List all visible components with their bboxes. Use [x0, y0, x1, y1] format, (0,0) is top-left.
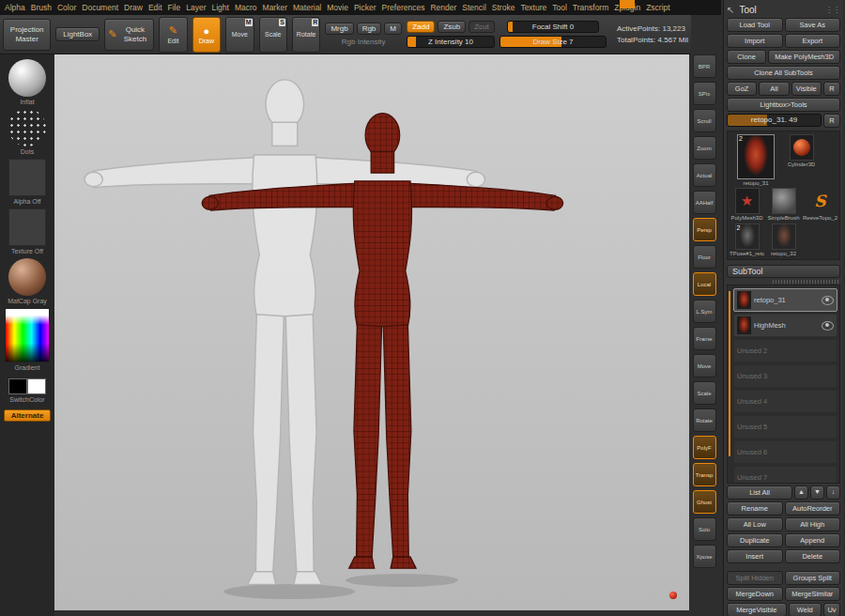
- menu-item[interactable]: Material: [293, 3, 321, 12]
- reorder-down-button[interactable]: ▼: [810, 485, 824, 500]
- current-stroke-thumbnail[interactable]: [8, 109, 46, 146]
- subtool-button[interactable]: Weld: [789, 603, 822, 616]
- alternate-button[interactable]: Alternate: [4, 409, 52, 422]
- subtool-item[interactable]: Unused 3: [733, 364, 837, 388]
- menu-item[interactable]: Layer: [186, 3, 206, 12]
- shelf-button[interactable]: Frame: [693, 327, 716, 350]
- subtool-button[interactable]: Append: [785, 533, 841, 547]
- current-brush-thumbnail[interactable]: [8, 59, 46, 97]
- subtool-button[interactable]: MergeDown: [727, 587, 783, 601]
- move-button[interactable]: M Move: [225, 17, 254, 53]
- shelf-button[interactable]: Local: [693, 272, 716, 296]
- shelf-button[interactable]: Scale: [693, 381, 716, 405]
- tool-button[interactable]: Export: [785, 34, 841, 48]
- shelf-button[interactable]: Transp: [693, 463, 716, 486]
- rgb-intensity-slider[interactable]: Rgb Intensity: [342, 38, 386, 46]
- tool-thumbnail[interactable]: Cylinder3D: [784, 134, 819, 167]
- sculpt-viewport[interactable]: [54, 54, 689, 610]
- subtool-button[interactable]: All High: [785, 517, 841, 531]
- menu-item[interactable]: Transform: [573, 3, 608, 12]
- tool-button[interactable]: Clone All SubTools: [727, 66, 840, 80]
- reorder-up-button[interactable]: ▲: [794, 485, 808, 500]
- menu-item[interactable]: Edit: [148, 3, 162, 12]
- shelf-button[interactable]: L.Sym: [693, 300, 716, 323]
- subtool-item[interactable]: Unused 6: [733, 440, 837, 464]
- menu-item[interactable]: Draw: [124, 3, 143, 12]
- menu-item[interactable]: Render: [430, 3, 456, 12]
- menu-item[interactable]: Picker: [354, 3, 376, 12]
- lightbox-button[interactable]: LightBox: [55, 27, 100, 41]
- tool-thumbnail[interactable]: 2 retopo_31: [730, 134, 782, 186]
- shelf-button[interactable]: Rotate: [693, 408, 716, 432]
- subtool-button[interactable]: Uv: [823, 603, 840, 616]
- mrgb-button[interactable]: Mrgb: [325, 23, 353, 35]
- menu-item[interactable]: Tool: [552, 3, 567, 12]
- menu-item[interactable]: Texture: [520, 3, 546, 12]
- alpha-thumbnail[interactable]: [8, 159, 46, 196]
- subtool-button[interactable]: Groups Split: [785, 571, 841, 585]
- quick-sketch-button[interactable]: ✎ Quick Sketch: [104, 19, 154, 51]
- tool-button[interactable]: R: [823, 82, 840, 96]
- projection-master-button[interactable]: Projection Master: [3, 19, 51, 51]
- subtool-button[interactable]: MergeVisible: [727, 603, 787, 616]
- menu-item[interactable]: Macro: [235, 3, 257, 12]
- subtool-item[interactable]: HighMesh: [733, 314, 837, 337]
- subtool-button[interactable]: Delete: [785, 549, 841, 563]
- subtool-item[interactable]: Unused 5: [733, 415, 837, 439]
- menu-item[interactable]: Marker: [263, 3, 287, 12]
- tool-button[interactable]: Visible: [791, 82, 822, 96]
- z-intensity-slider[interactable]: Z Intensity 10: [407, 36, 495, 48]
- move-down-button[interactable]: ↓: [826, 485, 840, 500]
- subtool-button[interactable]: AutoReorder: [785, 501, 841, 516]
- subtool-button[interactable]: MergeSimilar: [785, 587, 841, 601]
- subtool-item[interactable]: retopo_31: [733, 288, 837, 312]
- scale-button[interactable]: S Scale: [259, 17, 287, 53]
- m-button[interactable]: M: [384, 23, 402, 35]
- focal-shift-slider[interactable]: Focal Shift 0: [507, 21, 599, 33]
- palette-menu-icon[interactable]: ⋮⋮: [825, 6, 840, 14]
- shelf-button[interactable]: Move: [693, 354, 716, 377]
- subtool-item[interactable]: Unused 4: [733, 390, 837, 413]
- shelf-button[interactable]: Ghost: [693, 490, 716, 514]
- color-picker-gradient[interactable]: [5, 308, 50, 362]
- tool-thumbnail[interactable]: 2 TPose#1_retopo: [730, 223, 764, 256]
- tool-button[interactable]: Clone: [727, 50, 766, 64]
- zsub-button[interactable]: Zsub: [438, 21, 466, 33]
- subtool-item[interactable]: Unused 2: [733, 339, 837, 362]
- subtool-item[interactable]: Unused 7: [733, 466, 837, 484]
- shelf-button[interactable]: Persp: [693, 218, 716, 241]
- shelf-button[interactable]: Floor: [693, 245, 716, 269]
- shelf-button[interactable]: PolyF: [693, 436, 716, 459]
- tool-button[interactable]: GoZ: [727, 82, 757, 96]
- draw-button[interactable]: ● Draw: [192, 17, 221, 53]
- shelf-button[interactable]: Scroll: [693, 109, 716, 132]
- shelf-button[interactable]: BPR: [693, 54, 716, 78]
- subtool-button[interactable]: Duplicate: [727, 533, 783, 547]
- menu-item[interactable]: Preferences: [382, 3, 425, 12]
- texture-thumbnail[interactable]: [8, 208, 46, 246]
- menu-item[interactable]: Brush: [31, 3, 52, 12]
- menu-item[interactable]: Document: [82, 3, 118, 12]
- main-color-swatch[interactable]: [8, 378, 27, 394]
- menu-item[interactable]: Stencil: [462, 3, 486, 12]
- tool-button[interactable]: All: [759, 82, 789, 96]
- menu-item[interactable]: Alpha: [5, 3, 25, 12]
- subtool-section-header[interactable]: SubTool: [727, 265, 840, 278]
- shelf-button[interactable]: Solo: [693, 517, 716, 541]
- menu-item[interactable]: Movie: [327, 3, 348, 12]
- zadd-button[interactable]: Zadd: [407, 21, 435, 33]
- secondary-color-swatch[interactable]: [27, 378, 46, 394]
- restore-button[interactable]: R: [823, 114, 840, 128]
- menu-item[interactable]: Stroke: [492, 3, 515, 12]
- draw-size-slider[interactable]: Draw Size 7: [499, 36, 607, 48]
- shelf-button[interactable]: Zoom: [693, 136, 716, 160]
- visibility-eye-icon[interactable]: [822, 321, 834, 331]
- active-tool-slider[interactable]: retopo_31. 49: [727, 114, 822, 127]
- shelf-button[interactable]: Actual: [693, 163, 716, 187]
- tool-thumbnail[interactable]: retopo_32: [766, 223, 801, 256]
- menu-item[interactable]: Light: [212, 3, 229, 12]
- menu-item[interactable]: File: [168, 3, 181, 12]
- tool-thumbnail[interactable]: ReeveTopo_21: [803, 188, 837, 221]
- rotate-button[interactable]: R Rotate: [292, 17, 320, 53]
- list-all-button[interactable]: List All: [727, 485, 792, 500]
